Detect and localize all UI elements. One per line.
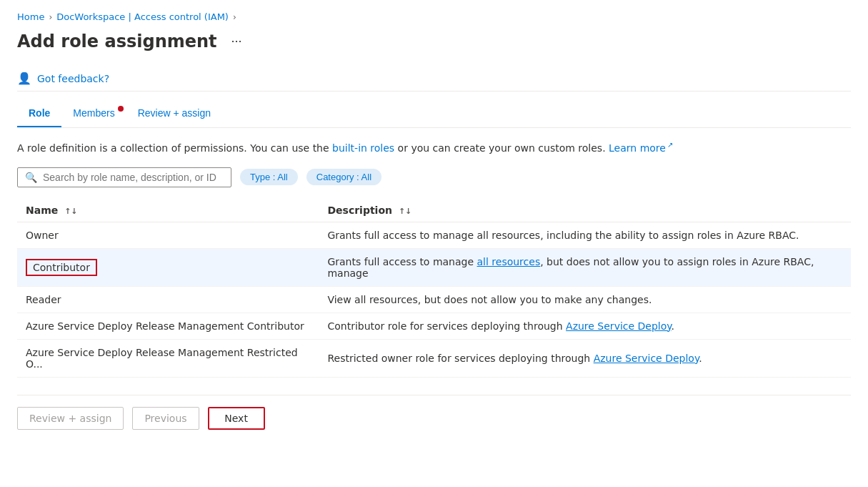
- breadcrumb: Home › DocWorkspace | Access control (IA…: [17, 11, 851, 22]
- table-row[interactable]: Contributor Grants full access to manage…: [17, 248, 851, 286]
- footer: Review + assign Previous Next: [17, 395, 851, 436]
- table-body: Owner Grants full access to manage all r…: [17, 222, 851, 377]
- ext-link-icon: ↗: [667, 141, 673, 149]
- table-row[interactable]: Azure Service Deploy Release Management …: [17, 339, 851, 377]
- tab-members[interactable]: Members: [61, 100, 126, 127]
- breadcrumb-sep-1: ›: [49, 12, 52, 22]
- feedback-link[interactable]: Got feedback?: [37, 73, 109, 84]
- contributor-selected-outline: Contributor: [26, 259, 97, 276]
- review-assign-button[interactable]: Review + assign: [17, 407, 124, 430]
- role-name-owner: Owner: [17, 222, 319, 248]
- all-resources-link[interactable]: all resources: [477, 256, 541, 267]
- search-box: 🔍: [17, 167, 231, 187]
- table-header: Name ↑↓ Description ↑↓: [17, 199, 851, 222]
- azure-service-deploy-link-2[interactable]: Azure Service Deploy: [594, 353, 699, 364]
- built-in-roles-link[interactable]: built-in roles: [332, 142, 394, 154]
- previous-button[interactable]: Previous: [132, 407, 199, 430]
- table-row[interactable]: Owner Grants full access to manage all r…: [17, 222, 851, 248]
- page-title-row: Add role assignment ···: [17, 31, 851, 51]
- search-input[interactable]: [43, 172, 224, 183]
- next-button[interactable]: Next: [208, 407, 265, 430]
- search-icon: 🔍: [25, 172, 37, 183]
- role-desc-contributor: Grants full access to manage all resourc…: [319, 248, 851, 286]
- role-name-reader: Reader: [17, 286, 319, 313]
- more-options-button[interactable]: ···: [226, 31, 248, 51]
- desc-sort-icon[interactable]: ↑↓: [399, 207, 411, 216]
- feedback-bar: 👤 Got feedback?: [17, 66, 851, 92]
- table-row[interactable]: Reader View all resources, but does not …: [17, 286, 851, 313]
- role-name-contributor: Contributor: [17, 248, 319, 286]
- learn-more-link[interactable]: Learn more↗: [609, 142, 673, 154]
- category-filter-button[interactable]: Category : All: [306, 169, 381, 185]
- tab-review-assign[interactable]: Review + assign: [126, 100, 222, 127]
- type-filter-button[interactable]: Type : All: [240, 169, 298, 185]
- role-desc-asd-restricted: Restricted owner role for services deplo…: [319, 339, 851, 377]
- search-filter-row: 🔍 Type : All Category : All: [17, 167, 851, 187]
- role-desc-owner: Grants full access to manage all resourc…: [319, 222, 851, 248]
- breadcrumb-home[interactable]: Home: [17, 11, 44, 22]
- page-title: Add role assignment: [17, 31, 217, 51]
- feedback-icon: 👤: [17, 72, 31, 85]
- role-name-asd-restricted: Azure Service Deploy Release Management …: [17, 339, 319, 377]
- name-sort-icon[interactable]: ↑↓: [64, 207, 77, 216]
- roles-table: Name ↑↓ Description ↑↓ Owner Grants full…: [17, 199, 851, 378]
- col-description: Description ↑↓: [319, 199, 851, 222]
- members-badge: [118, 106, 124, 112]
- breadcrumb-sep-2: ›: [233, 12, 236, 22]
- azure-service-deploy-link-1[interactable]: Azure Service Deploy: [566, 320, 672, 332]
- role-name-asd-contributor: Azure Service Deploy Release Management …: [17, 313, 319, 339]
- col-name: Name ↑↓: [17, 199, 319, 222]
- description-text: A role definition is a collection of per…: [17, 139, 851, 156]
- tab-role[interactable]: Role: [17, 100, 61, 127]
- tabs-container: Role Members Review + assign: [17, 100, 851, 128]
- page-container: Home › DocWorkspace | Access control (IA…: [0, 0, 868, 447]
- role-desc-asd-contributor: Contributor role for services deploying …: [319, 313, 851, 339]
- table-row[interactable]: Azure Service Deploy Release Management …: [17, 313, 851, 339]
- role-desc-reader: View all resources, but does not allow y…: [319, 286, 851, 313]
- breadcrumb-iam[interactable]: DocWorkspace | Access control (IAM): [56, 11, 229, 22]
